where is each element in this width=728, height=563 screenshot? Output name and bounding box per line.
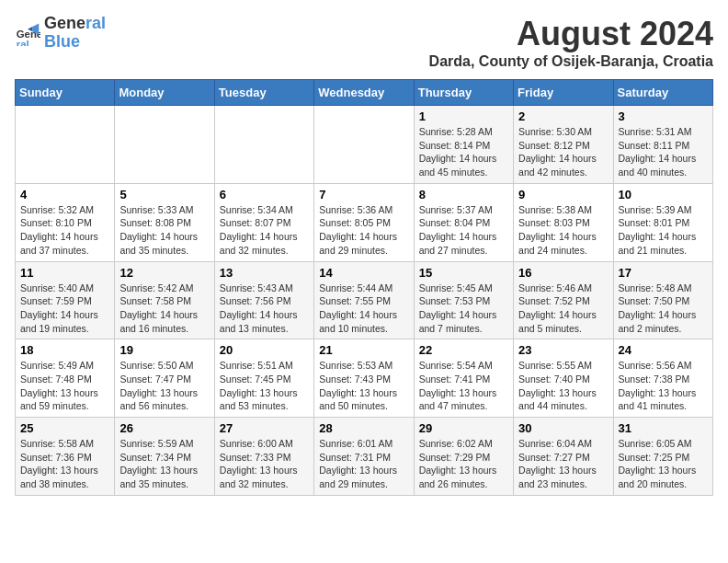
day-detail: Sunrise: 5:53 AM Sunset: 7:43 PM Dayligh… [319,359,408,413]
day-detail: Sunrise: 5:45 AM Sunset: 7:53 PM Dayligh… [419,282,508,336]
day-detail: Sunrise: 6:01 AM Sunset: 7:31 PM Dayligh… [319,437,408,491]
day-number: 2 [518,109,608,123]
day-number: 15 [419,266,508,280]
month-title: August 2024 [429,15,713,53]
calendar-cell: 2Sunrise: 5:30 AM Sunset: 8:12 PM Daylig… [514,106,613,184]
day-number: 20 [220,343,309,357]
weekday-header-monday: Monday [115,80,214,106]
day-number: 16 [518,266,608,280]
day-number: 13 [220,266,309,280]
day-detail: Sunrise: 5:32 AM Sunset: 8:10 PM Dayligh… [20,203,109,258]
calendar-cell [214,106,313,184]
day-detail: Sunrise: 5:42 AM Sunset: 7:58 PM Dayligh… [119,282,209,336]
week-row-4: 18Sunrise: 5:49 AM Sunset: 7:48 PM Dayli… [16,339,713,418]
calendar-cell: 19Sunrise: 5:50 AM Sunset: 7:47 PM Dayli… [115,339,214,418]
day-detail: Sunrise: 5:36 AM Sunset: 8:05 PM Dayligh… [319,203,408,258]
calendar-cell: 29Sunrise: 6:02 AM Sunset: 7:29 PM Dayli… [414,418,513,496]
calendar-cell: 16Sunrise: 5:46 AM Sunset: 7:52 PM Dayli… [514,261,613,339]
day-number: 19 [119,343,209,357]
day-detail: Sunrise: 6:02 AM Sunset: 7:29 PM Dayligh… [419,437,508,491]
calendar-cell [115,106,214,184]
weekday-header-thursday: Thursday [414,80,513,106]
calendar-cell: 3Sunrise: 5:31 AM Sunset: 8:11 PM Daylig… [613,106,712,184]
calendar-cell: 18Sunrise: 5:49 AM Sunset: 7:48 PM Dayli… [16,339,115,418]
day-number: 12 [119,266,209,280]
day-number: 14 [319,266,408,280]
calendar-cell: 4Sunrise: 5:32 AM Sunset: 8:10 PM Daylig… [16,183,115,261]
day-number: 7 [319,188,408,201]
calendar-cell: 30Sunrise: 6:04 AM Sunset: 7:27 PM Dayli… [514,418,613,496]
day-detail: Sunrise: 5:30 AM Sunset: 8:12 PM Dayligh… [518,125,608,179]
weekday-header-tuesday: Tuesday [214,80,313,106]
day-detail: Sunrise: 6:00 AM Sunset: 7:33 PM Dayligh… [220,437,309,491]
day-detail: Sunrise: 5:31 AM Sunset: 8:11 PM Dayligh… [619,125,708,179]
day-number: 8 [419,188,508,201]
svg-text:ral: ral [17,39,29,46]
calendar-cell: 20Sunrise: 5:51 AM Sunset: 7:45 PM Dayli… [214,339,313,418]
day-detail: Sunrise: 5:50 AM Sunset: 7:47 PM Dayligh… [119,359,209,413]
calendar-cell: 12Sunrise: 5:42 AM Sunset: 7:58 PM Dayli… [115,261,214,339]
calendar-cell: 5Sunrise: 5:33 AM Sunset: 8:08 PM Daylig… [115,183,214,261]
day-detail: Sunrise: 5:33 AM Sunset: 8:08 PM Dayligh… [119,203,209,258]
weekday-header-row: SundayMondayTuesdayWednesdayThursdayFrid… [16,80,713,106]
week-row-5: 25Sunrise: 5:58 AM Sunset: 7:36 PM Dayli… [16,418,713,496]
calendar-cell: 28Sunrise: 6:01 AM Sunset: 7:31 PM Dayli… [314,418,414,496]
day-number: 27 [220,421,309,435]
day-number: 18 [20,343,109,357]
calendar-table: SundayMondayTuesdayWednesdayThursdayFrid… [15,79,713,496]
weekday-header-saturday: Saturday [613,80,712,106]
logo: Gene ral General Blue [15,15,106,52]
calendar-cell: 1Sunrise: 5:28 AM Sunset: 8:14 PM Daylig… [414,106,513,184]
logo-text: General Blue [44,15,106,52]
week-row-1: 1Sunrise: 5:28 AM Sunset: 8:14 PM Daylig… [16,106,713,184]
weekday-header-friday: Friday [514,80,613,106]
day-number: 5 [119,188,209,201]
title-block: August 2024 Darda, County of Osijek-Bara… [429,15,713,70]
calendar-cell: 31Sunrise: 6:05 AM Sunset: 7:25 PM Dayli… [613,418,712,496]
day-detail: Sunrise: 6:05 AM Sunset: 7:25 PM Dayligh… [619,437,708,491]
day-detail: Sunrise: 5:28 AM Sunset: 8:14 PM Dayligh… [419,125,508,179]
day-detail: Sunrise: 5:34 AM Sunset: 8:07 PM Dayligh… [220,203,309,258]
day-detail: Sunrise: 5:58 AM Sunset: 7:36 PM Dayligh… [20,437,109,491]
day-detail: Sunrise: 5:54 AM Sunset: 7:41 PM Dayligh… [419,359,508,413]
day-number: 4 [20,188,109,201]
day-detail: Sunrise: 5:44 AM Sunset: 7:55 PM Dayligh… [319,282,408,336]
day-detail: Sunrise: 5:51 AM Sunset: 7:45 PM Dayligh… [220,359,309,413]
calendar-cell: 25Sunrise: 5:58 AM Sunset: 7:36 PM Dayli… [16,418,115,496]
day-detail: Sunrise: 5:59 AM Sunset: 7:34 PM Dayligh… [119,437,209,491]
day-number: 22 [419,343,508,357]
calendar-cell: 27Sunrise: 6:00 AM Sunset: 7:33 PM Dayli… [214,418,313,496]
week-row-3: 11Sunrise: 5:40 AM Sunset: 7:59 PM Dayli… [16,261,713,339]
day-number: 26 [119,421,209,435]
calendar-cell: 21Sunrise: 5:53 AM Sunset: 7:43 PM Dayli… [314,339,414,418]
day-number: 9 [518,188,608,201]
weekday-header-sunday: Sunday [16,80,115,106]
day-number: 6 [220,188,309,201]
day-detail: Sunrise: 5:40 AM Sunset: 7:59 PM Dayligh… [20,282,109,336]
subtitle: Darda, County of Osijek-Baranja, Croatia [429,53,713,70]
calendar-cell: 26Sunrise: 5:59 AM Sunset: 7:34 PM Dayli… [115,418,214,496]
calendar-cell: 7Sunrise: 5:36 AM Sunset: 8:05 PM Daylig… [314,183,414,261]
day-detail: Sunrise: 5:46 AM Sunset: 7:52 PM Dayligh… [518,282,608,336]
day-detail: Sunrise: 5:43 AM Sunset: 7:56 PM Dayligh… [220,282,309,336]
day-number: 10 [619,188,708,201]
day-number: 1 [419,109,508,123]
weekday-header-wednesday: Wednesday [314,80,414,106]
day-number: 29 [419,421,508,435]
calendar-cell: 15Sunrise: 5:45 AM Sunset: 7:53 PM Dayli… [414,261,513,339]
day-number: 11 [20,266,109,280]
calendar-cell: 17Sunrise: 5:48 AM Sunset: 7:50 PM Dayli… [613,261,712,339]
calendar-cell [16,106,115,184]
day-detail: Sunrise: 5:37 AM Sunset: 8:04 PM Dayligh… [419,203,508,258]
day-detail: Sunrise: 5:49 AM Sunset: 7:48 PM Dayligh… [20,359,109,413]
day-number: 25 [20,421,109,435]
page-header: Gene ral General Blue August 2024 Darda,… [15,15,713,70]
calendar-cell: 10Sunrise: 5:39 AM Sunset: 8:01 PM Dayli… [613,183,712,261]
calendar-cell: 13Sunrise: 5:43 AM Sunset: 7:56 PM Dayli… [214,261,313,339]
day-number: 28 [319,421,408,435]
calendar-cell: 24Sunrise: 5:56 AM Sunset: 7:38 PM Dayli… [613,339,712,418]
week-row-2: 4Sunrise: 5:32 AM Sunset: 8:10 PM Daylig… [16,183,713,261]
day-detail: Sunrise: 5:48 AM Sunset: 7:50 PM Dayligh… [619,282,708,336]
calendar-cell: 22Sunrise: 5:54 AM Sunset: 7:41 PM Dayli… [414,339,513,418]
day-number: 21 [319,343,408,357]
